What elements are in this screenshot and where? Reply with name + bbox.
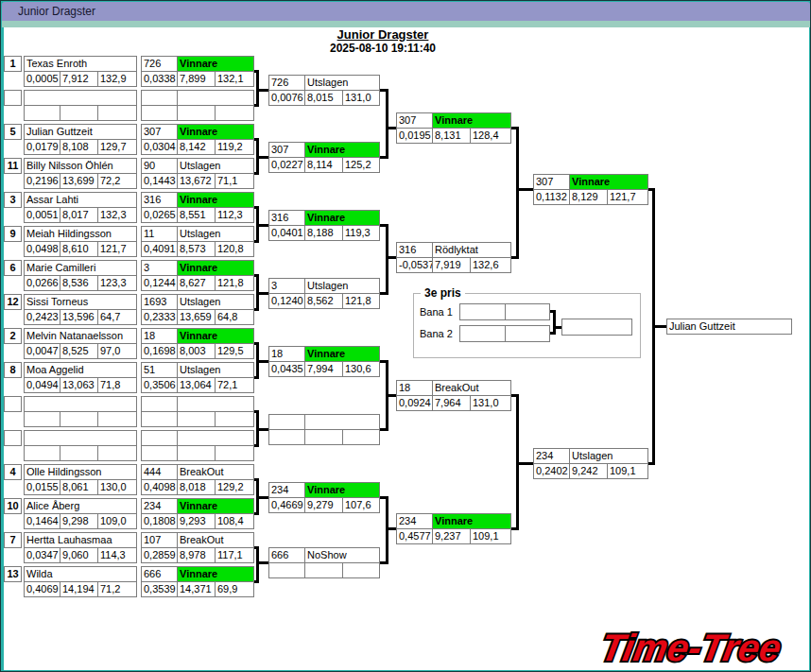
seed-box-10: 8 [4, 362, 22, 378]
reaction-time: 0,2333 [142, 310, 177, 324]
lane2-slot-cell-b [505, 326, 549, 341]
result-status: Vinnare [177, 193, 253, 207]
competitor-name: Meiah Hildingsson [25, 227, 136, 241]
window-titlebar[interactable]: Junior Dragster [2, 2, 810, 21]
reaction-time: 0,1132 [534, 190, 569, 204]
elapsed-time: 13,064 [177, 378, 215, 392]
window-title: Junior Dragster [18, 5, 95, 18]
reaction-time: 0,4669 [269, 498, 304, 512]
reaction-time: 0,0435 [269, 362, 304, 376]
result-status: Utslagen [569, 449, 647, 463]
car-number: 18 [397, 381, 432, 395]
car-number: 307 [534, 175, 569, 189]
elapsed-time: 9,293 [177, 514, 215, 528]
bracket-connector [386, 89, 388, 159]
round2-box-5: 316Vinnare0,02658,551112,3 [141, 192, 254, 223]
speed [215, 106, 253, 120]
entry-box-13: Olle Hildingsson0,01558,061130,0 [24, 464, 137, 495]
speed: 109,0 [97, 514, 136, 528]
round4-box-2: 316Rödlyktat-0,05377,919132,6 [396, 242, 511, 273]
time-tree-logo: Time-Tree [572, 627, 810, 668]
reaction-time: 0,0195 [397, 129, 432, 143]
result-status [177, 397, 253, 411]
elapsed-time: 7,912 [60, 72, 97, 86]
car-number: 18 [269, 347, 304, 361]
speed: 131,0 [342, 91, 379, 105]
lane1-label: Bana 1 [420, 306, 453, 318]
round2-box-2 [141, 90, 254, 121]
speed: 109,1 [470, 529, 510, 543]
speed: 130,6 [342, 362, 379, 376]
round3-box-6 [268, 414, 380, 445]
bracket-title: Junior Dragster [241, 27, 525, 42]
speed: 129,7 [97, 140, 136, 154]
elapsed-time: 9,242 [569, 464, 607, 478]
bracket-connector [556, 326, 561, 329]
competitor-name: Assar Lahti [25, 193, 136, 207]
car-number: 307 [397, 113, 432, 128]
car-number: 666 [142, 567, 177, 581]
reaction-time: 0,1443 [142, 174, 177, 188]
bracket-connector [652, 325, 666, 328]
reaction-time [25, 446, 60, 460]
elapsed-time: 13,063 [60, 378, 97, 392]
result-status: Vinnare [177, 125, 253, 139]
round2-box-11 [141, 396, 254, 427]
entry-box-12 [24, 430, 137, 461]
competitor-name: Hertta Lauhasmaa [25, 533, 136, 547]
reaction-time [25, 106, 60, 120]
round3-box-1: 726Utslagen0,00768,015131,0 [268, 75, 380, 106]
reaction-time: 0,4577 [397, 529, 432, 543]
seed-box-13: 4 [4, 464, 22, 480]
round3-box-8: 666NoShow [268, 547, 380, 578]
seed-box-11 [4, 396, 22, 412]
reaction-time [269, 430, 304, 444]
result-status: Vinnare [432, 514, 510, 528]
winner-box: Julian Guttzeit [666, 319, 792, 335]
speed: 131,0 [470, 396, 510, 410]
bracket-connector [516, 462, 533, 465]
seed-box-1: 1 [4, 56, 22, 72]
round2-box-6: 11Utslagen0,40918,573120,8 [141, 226, 254, 257]
speed: 112,3 [215, 208, 253, 222]
seed-box-15: 7 [4, 532, 22, 548]
elapsed-time: 13,699 [60, 174, 97, 188]
elapsed-time: 13,596 [60, 310, 97, 324]
bracket-connector [256, 428, 268, 431]
reaction-time [142, 412, 177, 426]
round5-box-1: 307Vinnare0,11328,129121,7 [533, 174, 648, 205]
speed: 107,6 [342, 498, 379, 512]
round3-box-7: 234Vinnare0,46699,279107,6 [268, 482, 380, 513]
round2-box-13: 444BreakOut0,40988,018129,2 [141, 464, 254, 495]
speed: 109,1 [607, 464, 647, 478]
reaction-time: 0,0494 [25, 378, 60, 392]
entry-box-16: Wilda0,406914,19471,2 [24, 566, 137, 597]
entry-box-2 [24, 90, 137, 121]
entry-box-1: Texas Enroth0,00057,912132,9 [24, 56, 137, 87]
reaction-time: 0,1698 [142, 344, 177, 358]
result-status: Utslagen [304, 279, 379, 293]
speed [97, 106, 136, 120]
car-number: 234 [269, 483, 304, 497]
result-status [304, 415, 379, 429]
speed: 69,9 [215, 582, 253, 596]
car-number: 444 [142, 465, 177, 479]
speed: 64,7 [97, 310, 136, 324]
elapsed-time: 9,298 [60, 514, 97, 528]
seed-box-14: 10 [4, 498, 22, 514]
competitor-name: Melvin Natanaelsson [25, 329, 136, 343]
car-number: 316 [269, 211, 304, 225]
bracket-connector [553, 310, 556, 335]
entry-box-7: Marie Camilleri0,02668,536123,3 [24, 260, 137, 291]
round3-box-4: 3Utslagen0,12408,562121,8 [268, 278, 380, 309]
bracket-connector [516, 188, 533, 191]
speed [342, 430, 379, 444]
round2-box-7: 3Vinnare0,12448,627121,8 [141, 260, 254, 291]
entry-box-15: Hertta Lauhasmaa0,03479,060114,3 [24, 532, 137, 563]
speed: 121,8 [342, 294, 379, 308]
bracket-connector [256, 156, 268, 159]
reaction-time: 0,3506 [142, 378, 177, 392]
entry-box-8: Sissi Torneus0,242313,59664,7 [24, 294, 137, 325]
speed [215, 412, 253, 426]
car-number: 1693 [142, 295, 177, 309]
